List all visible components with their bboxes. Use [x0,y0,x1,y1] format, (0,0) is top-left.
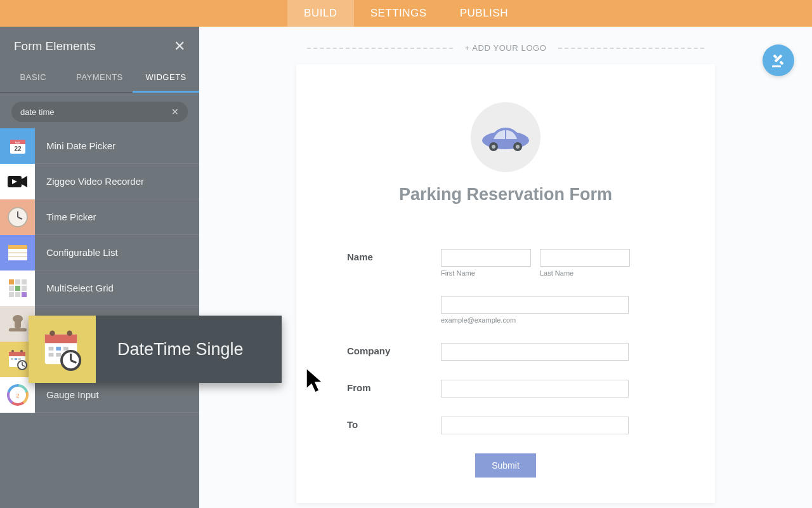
field-label-name: Name [347,249,441,277]
datetime-single-icon [29,316,96,383]
field-label-company: Company [347,343,441,361]
first-name-input[interactable] [441,249,531,267]
svg-rect-58 [63,347,69,351]
form-canvas: + ADD YOUR LOGO Parking Reservation Form… [199,27,812,508]
svg-rect-27 [9,352,25,356]
svg-point-28 [11,350,14,352]
from-input[interactable] [441,380,629,398]
clock-icon [0,199,35,235]
svg-rect-21 [15,292,20,297]
list-icon [0,235,35,271]
widget-label: MultiSelect Grid [46,283,114,293]
field-label-email [347,296,441,324]
email-sub: example@example.com [441,316,629,324]
widget-multiselect-grid[interactable]: MultiSelect Grid [0,271,199,306]
widget-label: Gauge Input [46,389,99,400]
to-input[interactable] [441,417,629,434]
close-icon[interactable]: ✕ [174,38,185,55]
gavel-icon [771,53,786,68]
field-label-to: To [347,417,441,434]
svg-rect-23 [9,328,27,331]
svg-point-54 [49,330,55,336]
help-button[interactable] [763,44,794,76]
svg-rect-32 [18,358,21,360]
svg-text:22: 22 [14,145,22,152]
svg-rect-15 [15,279,20,284]
svg-rect-60 [56,353,61,357]
svg-text:MAY: MAY [15,141,20,144]
nav-tab-settings[interactable]: SETTINGS [354,0,443,27]
first-name-sub: First Name [441,269,531,277]
widget-mini-date-picker[interactable]: MAY22 Mini Date Picker [0,128,199,164]
svg-rect-11 [8,245,27,249]
widget-configurable-list[interactable]: Configurable List [0,235,199,271]
svg-rect-30 [11,358,13,360]
svg-rect-49 [773,54,777,58]
svg-point-55 [67,330,72,336]
widget-label: Mini Date Picker [46,140,115,151]
divider [307,48,453,49]
widget-ziggeo-video[interactable]: Ziggeo Video Recorder [0,164,199,199]
dragging-widget[interactable]: DateTime Single [29,316,282,383]
svg-rect-56 [49,347,54,351]
calendar-icon: MAY22 [0,128,35,164]
clear-search-icon[interactable]: ✕ [166,107,179,117]
svg-rect-19 [22,286,27,291]
submit-button[interactable]: Submit [475,453,536,478]
email-input[interactable] [441,296,629,314]
nav-tab-build[interactable]: BUILD [287,0,354,27]
svg-marker-5 [22,176,27,187]
svg-rect-22 [22,292,27,297]
svg-point-47 [516,145,520,149]
form-logo [471,102,540,172]
form-elements-sidebar: Form Elements ✕ BASIC PAYMENTS WIDGETS ✕… [0,27,199,508]
widget-label: Time Picker [46,211,96,222]
svg-text:2: 2 [16,392,19,399]
svg-point-29 [20,350,23,352]
form-title: Parking Reservation Form [347,185,664,204]
svg-rect-20 [9,292,14,297]
last-name-sub: Last Name [540,269,630,277]
svg-point-25 [13,315,23,323]
video-icon [0,164,35,199]
widget-search[interactable]: ✕ [11,102,188,122]
field-label-from: From [347,380,441,398]
widget-time-picker[interactable]: Time Picker [0,199,199,235]
add-logo-button[interactable]: + ADD YOUR LOGO [464,43,546,53]
sidebar-tab-payments[interactable]: PAYMENTS [67,64,133,92]
widget-label: Configurable List [46,247,118,258]
svg-rect-18 [15,286,20,291]
svg-rect-14 [9,279,14,284]
dragging-widget-label: DateTime Single [96,340,282,359]
svg-rect-31 [15,358,17,360]
svg-rect-17 [9,286,14,291]
car-icon [477,121,534,153]
grid-icon [0,271,35,306]
svg-point-45 [492,145,495,149]
svg-rect-16 [22,279,27,284]
svg-rect-57 [56,347,61,351]
nav-tab-publish[interactable]: PUBLISH [443,0,525,27]
svg-rect-53 [45,335,77,344]
form-card: Parking Reservation Form Name First Name… [296,64,715,503]
top-nav: BUILD SETTINGS PUBLISH [0,0,812,27]
sidebar-tab-widgets[interactable]: WIDGETS [133,64,199,93]
sidebar-tab-basic[interactable]: BASIC [0,64,67,92]
svg-rect-59 [49,353,54,357]
divider [558,48,704,49]
svg-rect-51 [772,65,781,67]
last-name-input[interactable] [540,249,630,267]
company-input[interactable] [441,343,629,361]
svg-rect-50 [779,60,783,65]
sidebar-title: Form Elements [14,39,96,53]
search-input[interactable] [20,107,166,117]
widget-label: Ziggeo Video Recorder [46,176,144,187]
